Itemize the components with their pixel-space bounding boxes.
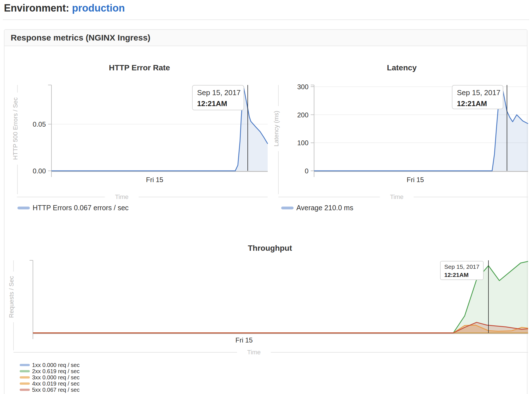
y-axis-unit-label: Latency (ms) [273, 111, 280, 146]
tooltip-time: 12:21AM [197, 99, 239, 108]
x-axis-unit-label: Time [115, 193, 129, 200]
legend-swatch [281, 207, 294, 209]
legend-item: 1xx 0.000 req / sec [20, 362, 80, 368]
y-tick-label: 300 [297, 83, 308, 91]
legend-label: 2xx 0.619 req / sec [32, 368, 80, 375]
environment-metrics-page: Environment: production Response metrics… [0, 0, 532, 394]
legend-label: 3xx 0.000 req / sec [32, 374, 80, 381]
tooltip: Sep 15, 2017 12:21AM [452, 85, 503, 109]
legend-swatch [17, 207, 30, 209]
http-error-rate-chart[interactable]: 0.050.00 HTTP Error Rate HTTP 500 Errors… [8, 48, 273, 221]
y-axis-unit-label: Requests / Sec [8, 276, 15, 318]
tooltip-time: 12:21AM [457, 99, 498, 108]
page-title: Environment: production [4, 2, 125, 14]
chart-title: Throughput [248, 244, 292, 252]
chart-title: HTTP Error Rate [109, 63, 170, 72]
tooltip-date: Sep 15, 2017 [444, 263, 479, 270]
legend-label: Average 210.0 ms [296, 204, 353, 212]
tooltip: Sep 15, 2017 12:21AM [192, 85, 244, 110]
throughput-legend: 1xx 0.000 req / sec 2xx 0.619 req / sec … [20, 362, 80, 393]
x-tick-label: Fri 15 [146, 176, 163, 183]
legend-label: 1xx 0.000 req / sec [32, 362, 80, 368]
legend-item: 4xx 0.019 req / sec [20, 380, 80, 387]
legend-item: Average 210.0 ms [281, 204, 353, 212]
legend-item: 5xx 0.067 req / sec [20, 387, 80, 393]
throughput-chart[interactable]: Throughput Requests / Sec Fri 15 Time [8, 238, 532, 366]
x-tick-label: Fri 15 [235, 336, 253, 344]
environment-name-link[interactable]: production [72, 2, 125, 14]
tooltip-time: 12:21AM [444, 272, 479, 278]
legend-label: 5xx 0.067 req / sec [32, 387, 80, 393]
x-axis-unit-label: Time [247, 349, 261, 356]
chart-title: Latency [387, 63, 417, 72]
legend-swatch [20, 389, 30, 391]
latency-chart[interactable]: 3002001000 Latency Latency (ms) Fri 15 T… [274, 48, 532, 221]
legend-swatch [20, 382, 30, 385]
legend-swatch [20, 370, 30, 372]
x-axis-unit-label: Time [390, 193, 403, 200]
y-tick-label: 0.00 [33, 167, 46, 175]
y-tick-label: 0 [305, 167, 308, 175]
tooltip-date: Sep 15, 2017 [457, 88, 498, 97]
legend-item: 3xx 0.000 req / sec [20, 374, 80, 380]
x-tick-label: Fri 15 [407, 176, 424, 183]
header-divider [3, 19, 529, 20]
legend-swatch [20, 364, 30, 366]
environment-label: Environment: [4, 2, 69, 14]
legend-label: 4xx 0.019 req / sec [32, 380, 80, 387]
legend-swatch [20, 376, 30, 379]
legend-item: HTTP Errors 0.067 errors / sec [17, 204, 129, 212]
tooltip-date: Sep 15, 2017 [197, 88, 239, 97]
y-tick-label: 0.05 [33, 120, 46, 128]
legend-item: 2xx 0.619 req / sec [20, 368, 80, 374]
y-tick-label: 100 [297, 139, 308, 147]
y-tick-label: 200 [297, 111, 308, 119]
y-axis-unit-label: HTTP 500 Errors / Sec [12, 97, 19, 160]
legend-label: HTTP Errors 0.067 errors / sec [33, 204, 129, 212]
panel-title: Response metrics (NGINX Ingress) [4, 30, 527, 46]
tooltip: Sep 15, 2017 12:21AM [440, 261, 484, 280]
